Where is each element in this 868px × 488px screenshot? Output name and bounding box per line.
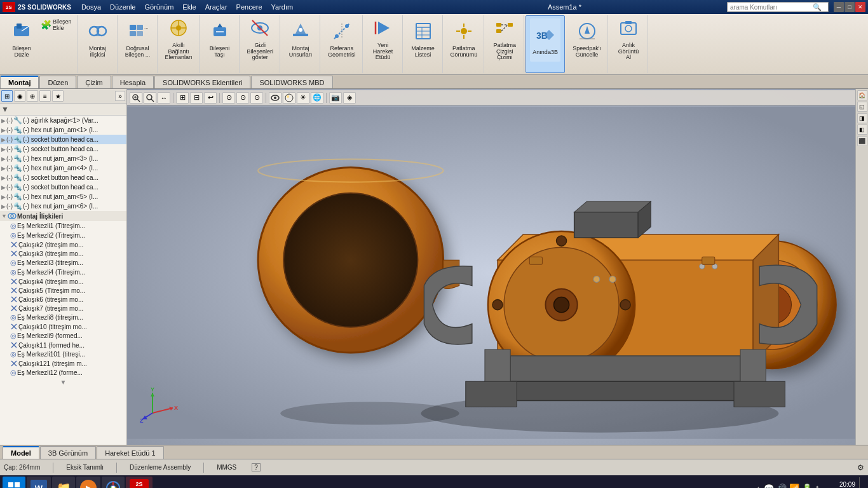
taskbar-solidworks[interactable]: 2S SW [126,477,153,488]
patlatma-cizgi-button[interactable]: PatlatmaÇizgisiÇizimi [489,18,520,61]
taskbar-chrome[interactable] [102,477,125,488]
tree-item-cakisik4[interactable]: Çakışık4 (titreşim mo... [0,277,126,286]
rp-btn-5[interactable]: ⬛ [857,136,867,146]
tree-item-cakisik10[interactable]: Çakışık10 (titreşim mo... [0,322,126,331]
rp-btn-1[interactable]: 🏠 [857,90,867,100]
tab-duzen[interactable]: Düzen [39,76,76,88]
tree-item-hexnut4[interactable]: ▶ (-) 🔩 (-) hex nut jam_am<4> (I... [0,163,126,173]
tray-network-icon[interactable]: 📶 [789,484,799,489]
command-search-input[interactable] [730,4,813,11]
settings-icon[interactable]: ⚙ [857,463,864,472]
montaj-iliskisi-button[interactable]: Montajİlişkisi [83,18,113,61]
aninda3b-button[interactable]: 3B Anında3B [530,18,560,62]
appearance-tab[interactable]: ★ [52,90,64,102]
view-display-button[interactable]: ⊙ [222,92,235,104]
rp-btn-4[interactable]: ◧ [857,125,867,135]
tree-item-esmerkezli3[interactable]: ◎ Eş Merkezli3 (titreşim... [0,258,126,268]
snapshot-button[interactable]: 📷 [329,92,342,104]
tree-item-cakisik5[interactable]: Çakışık5 (Titreşim mo... [0,286,126,295]
taskbar-word[interactable]: W [27,477,51,488]
bilesen-ekle-button[interactable]: 🧩 BileşenEkle [39,18,73,32]
maximize-button[interactable]: □ [844,2,855,12]
taskbar-explorer[interactable]: 📁 [52,477,75,488]
tab-cizim[interactable]: Çizim [77,76,111,88]
menu-araclar[interactable]: Araçlar [201,3,231,11]
start-button[interactable] [3,477,25,488]
feature-manager-tab[interactable]: ⊞ [1,90,13,102]
3d-viewport[interactable]: ↔ ⊞ ⊟ ↩ ⊙ ⊙ ⊙ ☀ 🌐 📷 ◈ [127,89,855,445]
tree-item-socket1[interactable]: ▶ (-) 🔩 (-) socket button head ca... [0,135,126,144]
config-manager-tab[interactable]: ⊕ [27,90,38,102]
tree-item-cakisik2[interactable]: Çakışık2 (titreşim mo... [0,240,126,249]
tab-hesapla[interactable]: Hesapla [112,76,154,88]
tab-eklentiler[interactable]: SOLIDWORKS Eklentileri [154,76,250,88]
menu-ekle[interactable]: Ekle [179,3,200,11]
tree-item-cakisik3[interactable]: Çakışık3 (titreşim mo... [0,249,126,258]
tree-item-esmerkezli12[interactable]: ◎ Eş Merkezli12 (forme... [0,368,126,377]
tree-item-cakisik7[interactable]: Çakışık7 (titreşim mo... [0,304,126,313]
minimize-button[interactable]: ─ [834,2,844,12]
show-desktop-button[interactable] [859,477,863,488]
tree-item-cakisik6[interactable]: Çakışık6 (titreşim mo... [0,295,126,304]
dogrusal-bilesen-button[interactable]: ... DoğrusalBileşen ... [123,18,153,61]
yeni-hareket-button[interactable]: YeniHareketEtüdü [368,18,398,61]
tree-item-esmerkezli1[interactable]: ◎ Eş Merkezli1 (Titreşim... [0,221,126,231]
tree-item-hexnut3[interactable]: ▶ (-) 🔩 (-) hex nut jam_am<3> (I... [0,154,126,163]
malzeme-listesi-button[interactable]: MalzemeListesi [408,18,438,61]
tree-item-esmerkezli2[interactable]: ◎ Eş Merkezli2 (Titreşim... [0,231,126,240]
render-button[interactable] [283,92,295,104]
zoom-to-fit-button[interactable] [130,92,142,104]
view-display2-button[interactable]: ⊙ [236,92,249,104]
help-button[interactable]: ? [252,463,261,471]
view-section-button[interactable]: ⊟ [190,92,203,104]
hide-show-button[interactable] [269,92,281,104]
tab-montaj[interactable]: Montaj [0,76,39,88]
tree-section-montaj-iliskiler[interactable]: ▼ Montaj İlişkileri [0,211,126,221]
tree-item-cakisik121[interactable]: Çakışık121 (titreşim m... [0,359,126,368]
zoom-button[interactable] [144,92,156,104]
patlatma-gorunum-button[interactable]: PatlatmaGörünümü [448,18,480,61]
rp-btn-3[interactable]: ◨ [857,113,867,123]
property-manager-tab[interactable]: ◉ [14,90,25,102]
menu-yardim[interactable]: Yardım [268,3,297,11]
tree-item-hexnut1[interactable]: ▶ (-) 🔩 (-) hex nut jam_am<1> (I... [0,125,126,135]
tree-item-socket2[interactable]: ▶ (-) 🔩 (-) socket button head ca... [0,144,126,154]
tab-model[interactable]: Model [3,446,39,459]
gizli-bilesen-button[interactable]: GizliBileşenlerigöster [245,18,276,61]
status-help[interactable]: ? [252,463,261,471]
previous-view-button[interactable]: ↩ [204,92,217,104]
dim-expert-tab[interactable]: ≡ [39,90,51,102]
menu-pencere[interactable]: Pencere [233,3,266,11]
tree-item-hexnut5[interactable]: ▶ (-) 🔩 (-) hex nut jam_am<5> (I... [0,192,126,201]
sidebar-expand-button[interactable]: » [115,91,125,101]
pan-button[interactable]: ↔ [158,92,170,104]
taskbar-clock[interactable]: 20:09 11.01.2016 [824,481,855,488]
tree-item-esmerkezli8[interactable]: ◎ Eş Merkezli8 (titreşim... [0,313,126,322]
akilli-baglanti-button[interactable]: AkıllıBağlantıElemanları [163,18,195,61]
lighting-button[interactable]: ☀ [297,92,309,104]
command-search-box[interactable]: 🔍 [727,2,829,12]
tab-3bgorunum[interactable]: 3B Görünüm [40,446,96,459]
anlik-gorunum-button[interactable]: AnlıkGörüntüAl [613,18,644,61]
tray-arrow[interactable]: ▲ [756,485,761,488]
bilesen-tasi-button[interactable]: BileşeniTaşı [205,18,235,61]
menu-gorunum[interactable]: Görünüm [140,3,177,11]
tree-item-esmerkezli9[interactable]: ◎ Eş Merkezli9 (formed... [0,331,126,341]
taskbar-media[interactable]: ▶ [76,477,100,488]
bilesen-duzle-button[interactable]: BileşenDüzle [6,18,37,61]
tree-item-socket4[interactable]: ▶ (-) 🔩 (-) socket button head ca... [0,182,126,192]
tree-item-cakisik11[interactable]: Çakışık11 (formed he... [0,341,126,349]
tree-item-socket3[interactable]: ▶ (-) 🔩 (-) socket button head ca... [0,173,126,182]
view-display3-button[interactable]: ⊙ [250,92,263,104]
view-orient-button[interactable]: ⊞ [176,92,189,104]
3d-model-view[interactable] [127,107,855,439]
speedpak-button[interactable]: Speedpak'ıGüncelle [570,18,604,61]
referans-geo-button[interactable]: ReferansGeometrisi [325,18,358,61]
tree-item-agirlik[interactable]: ▶ (-) 🔧 (-) ağırlık kapağı<1> (Var... [0,116,126,125]
view-settings-button[interactable]: ◈ [343,92,356,104]
close-button[interactable]: ✕ [855,2,865,12]
menu-dosya[interactable]: Dosya [78,3,105,11]
tab-mbd[interactable]: SOLIDWORKS MBD [251,76,332,88]
tray-volume-icon[interactable]: 🔊 [776,484,787,489]
montaj-unsur-button[interactable]: MontajUnsurları [285,18,316,61]
